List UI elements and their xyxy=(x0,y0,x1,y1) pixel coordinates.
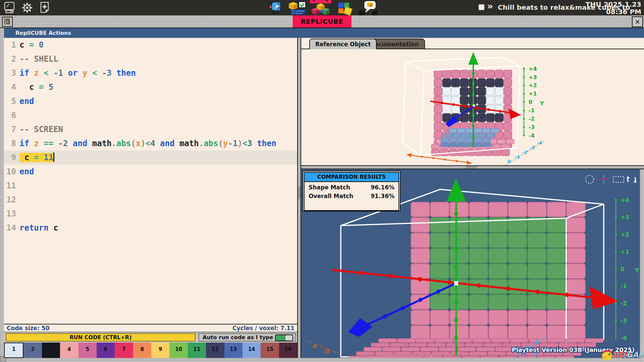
code-size-label: Code size: 50 xyxy=(7,324,50,332)
palette-color-3[interactable]: 3 xyxy=(42,343,60,358)
os-topbar: P xyxy=(0,0,644,15)
tab-reference-object[interactable]: Reference Object xyxy=(309,39,377,49)
reset-view-icon[interactable] xyxy=(627,176,636,183)
svg-text:0: 0 xyxy=(529,99,532,105)
frame-icon[interactable] xyxy=(613,177,624,182)
palette-color-5[interactable]: 5 xyxy=(78,343,97,358)
palette-color-14[interactable]: 14 xyxy=(243,343,261,358)
svg-text:-3: -3 xyxy=(323,348,329,355)
shape-match-row: Shape Match 96.16% xyxy=(305,182,398,191)
palette-color-7[interactable]: 7 xyxy=(115,343,133,358)
svg-text:Y: Y xyxy=(635,267,639,274)
text-cursor xyxy=(53,153,54,162)
code-line-1[interactable]: 1c = 0 xyxy=(4,38,297,52)
code-line-9[interactable]: 9 c = 11 xyxy=(4,150,297,165)
axes-icon[interactable] xyxy=(599,175,608,184)
window-frame-left[interactable] xyxy=(0,28,4,362)
cycles-label: Cycles / voxel: 7.11 xyxy=(232,324,294,332)
robot-bubble-icon[interactable] xyxy=(357,0,381,15)
svg-text:+2: +2 xyxy=(529,82,537,88)
svg-text:-4: -4 xyxy=(621,335,627,341)
editor-button-row: RUN CODE (CTRL+R) Auto run code as I typ… xyxy=(4,332,297,343)
run-code-button[interactable]: RUN CODE (CTRL+R) xyxy=(6,333,196,342)
overall-match-row: Overall Match 91.36% xyxy=(305,191,398,199)
mailbox-icon[interactable]: P xyxy=(268,1,282,15)
toggle-knob xyxy=(285,335,293,341)
watermark: 3DM GAME xyxy=(600,348,644,362)
palette-color-1[interactable]: 1 xyxy=(4,343,23,358)
app-tab-replicube[interactable]: REPLICUBE xyxy=(293,15,352,27)
close-button[interactable]: ✕ xyxy=(632,16,643,27)
clock-time: 08:36 PM xyxy=(586,8,641,15)
svg-text:-2: -2 xyxy=(529,116,535,122)
editor-statusbar: Code size: 50 Cycles / voxel: 7.11 xyxy=(4,324,297,332)
panel-header: RepliCUBE Actions xyxy=(4,28,644,38)
svg-text:Y: Y xyxy=(540,100,544,107)
overall-match-value: 91.36% xyxy=(371,193,394,199)
color-grid-icon[interactable] xyxy=(337,2,355,15)
svg-text:-1: -1 xyxy=(621,283,627,290)
palette-color-15[interactable]: 15 xyxy=(261,343,279,358)
clock-date: THU 2025.1.23 xyxy=(586,1,641,8)
svg-text:-4: -4 xyxy=(311,343,317,350)
overall-match-label: Overall Match xyxy=(309,193,353,199)
palette-color-12[interactable]: 12 xyxy=(206,343,224,358)
color-palette: 12345678910111213141516 xyxy=(4,343,297,358)
code-line-3[interactable]: 3if z < -1 or y < -3 then xyxy=(4,66,297,80)
cubes-banner-icon[interactable] xyxy=(309,0,333,15)
shape-match-label: Shape Match xyxy=(309,184,350,191)
window-frame-right[interactable] xyxy=(640,165,644,362)
music-stop-icon[interactable] xyxy=(479,4,484,10)
palette-color-16[interactable]: 16 xyxy=(279,343,297,358)
svg-text:+4: +4 xyxy=(529,66,537,72)
code-line-2[interactable]: 2-- SHELL xyxy=(4,52,297,66)
watermark-game: GAME xyxy=(627,351,644,359)
replicube-app: P xyxy=(0,0,644,362)
comparison-title: COMPARISON RESULTS xyxy=(305,173,398,182)
svg-text:-2: -2 xyxy=(522,149,528,155)
window-frame-bottom[interactable] xyxy=(0,358,644,362)
svg-text:-3: -3 xyxy=(530,145,535,150)
reference-tabrow: Reference Object Documentation xyxy=(301,39,644,49)
code-line-10[interactable]: 10end xyxy=(4,165,297,179)
svg-text:-3: -3 xyxy=(621,317,627,324)
new-file-icon[interactable] xyxy=(38,1,52,15)
reference-3d-view[interactable]: +4+3+2+10-1-2-3-4Y-4-20-1-2-3-4 xyxy=(301,49,644,165)
comparison-results-box: COMPARISON RESULTS Shape Match 96.16% Ov… xyxy=(303,171,400,212)
music-next-icon[interactable]: » xyxy=(487,1,493,12)
autorun-panel[interactable]: Auto run code as I type xyxy=(199,333,296,342)
gear-icon[interactable] xyxy=(21,1,34,15)
svg-text:-1: -1 xyxy=(515,154,520,160)
code-line-4[interactable]: 4 c = 5 xyxy=(4,80,297,94)
palette-color-13[interactable]: 13 xyxy=(224,343,243,358)
palette-color-4[interactable]: 4 xyxy=(60,343,78,358)
monitor-icon[interactable] xyxy=(3,1,17,15)
horizontal-splitter-grip[interactable] xyxy=(466,166,477,169)
code-line-14[interactable]: 14return c xyxy=(4,221,297,235)
svg-text:+2: +2 xyxy=(621,231,629,238)
palette-color-6[interactable]: 6 xyxy=(97,343,115,358)
palette-color-8[interactable]: 8 xyxy=(133,343,151,358)
palette-color-10[interactable]: 10 xyxy=(169,343,187,358)
autorun-toggle[interactable] xyxy=(275,335,293,341)
code-line-11[interactable]: 11 xyxy=(4,179,297,193)
code-line-5[interactable]: 5end xyxy=(4,94,297,108)
code-line-12[interactable]: 12 xyxy=(4,193,297,207)
window-menu-icon[interactable] xyxy=(2,17,13,27)
code-line-6[interactable]: 6 xyxy=(4,108,297,122)
code-line-13[interactable]: 13 xyxy=(4,207,297,221)
orbit-icon[interactable] xyxy=(586,175,594,183)
code-line-8[interactable]: 8if z == -2 and math.abs(x)<4 and math.a… xyxy=(4,136,297,150)
svg-text:+3: +3 xyxy=(529,74,537,80)
cube-checklist-icon[interactable] xyxy=(288,1,307,15)
palette-color-11[interactable]: 11 xyxy=(188,343,206,358)
svg-text:+3: +3 xyxy=(621,214,629,221)
svg-text:+4: +4 xyxy=(621,197,629,203)
code-editor[interactable]: 1c = 02-- SHELL3if z < -1 or y < -3 then… xyxy=(4,38,297,324)
vertical-splitter-grip[interactable] xyxy=(298,186,301,199)
svg-text:-1: -1 xyxy=(529,107,535,114)
code-line-7[interactable]: 7-- SCREEN xyxy=(4,122,297,136)
palette-color-9[interactable]: 9 xyxy=(151,343,169,358)
clock: THU 2025.1.23 08:36 PM xyxy=(586,1,641,15)
palette-color-2[interactable]: 2 xyxy=(23,343,42,358)
